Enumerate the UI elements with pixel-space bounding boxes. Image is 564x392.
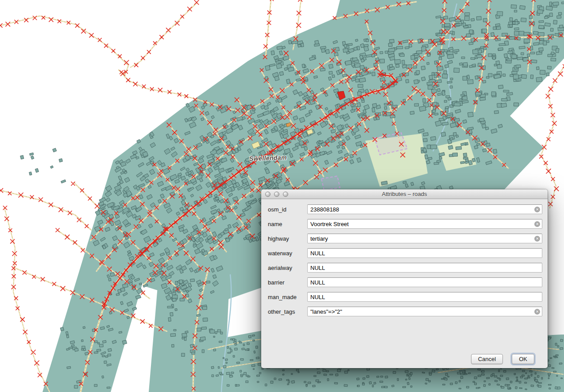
field-label-osm_id: osm_id	[268, 206, 307, 213]
field-row-waterway: waterway	[268, 248, 542, 258]
minimize-button[interactable]	[274, 192, 279, 197]
cancel-button[interactable]: Cancel	[471, 354, 503, 364]
field-label-other_tags: other_tags	[268, 308, 307, 315]
field-label-highway: highway	[268, 235, 307, 242]
window-controls	[265, 192, 288, 197]
field-row-highway: highway✕	[268, 234, 542, 243]
field-input-wrap	[307, 248, 542, 258]
clear-field-icon[interactable]: ✕	[534, 236, 540, 242]
field-input-wrap	[307, 263, 542, 273]
field-label-barrier: barrier	[268, 279, 307, 286]
field-label-name: name	[268, 221, 307, 227]
clear-field-icon[interactable]: ✕	[534, 207, 540, 212]
ok-button[interactable]: OK	[512, 354, 534, 364]
field-label-aerialway: aerialway	[268, 265, 307, 271]
field-input-waterway[interactable]	[307, 248, 542, 258]
map-place-label: Swellendam	[249, 154, 287, 162]
field-input-other_tags[interactable]	[307, 307, 542, 316]
field-input-aerialway[interactable]	[307, 263, 542, 273]
attributes-form: osm_id✕name✕highway✕waterwayaerialwaybar…	[261, 199, 548, 316]
field-input-wrap: ✕	[307, 204, 542, 214]
field-row-osm_id: osm_id✕	[268, 204, 542, 214]
field-input-wrap: ✕	[307, 307, 542, 316]
field-input-wrap: ✕	[307, 219, 542, 229]
field-row-man_made: man_made	[268, 292, 542, 302]
field-label-waterway: waterway	[268, 250, 307, 257]
field-input-wrap	[307, 277, 542, 287]
dialog-title: Attributes – roads	[382, 191, 427, 197]
field-input-osm_id[interactable]	[307, 204, 542, 214]
field-row-name: name✕	[268, 219, 542, 229]
field-input-barrier[interactable]	[307, 277, 542, 287]
field-row-barrier: barrier	[268, 277, 542, 287]
dialog-buttons: Cancel OK	[471, 354, 534, 364]
clear-field-icon[interactable]: ✕	[534, 309, 540, 315]
field-row-other_tags: other_tags✕	[268, 307, 542, 316]
field-input-wrap	[307, 292, 542, 302]
close-button[interactable]	[265, 192, 270, 197]
zoom-button[interactable]	[283, 192, 288, 197]
clear-field-icon[interactable]: ✕	[534, 221, 540, 227]
field-input-highway[interactable]	[307, 234, 542, 243]
field-input-wrap: ✕	[307, 234, 542, 243]
field-label-man_made: man_made	[268, 294, 307, 300]
field-input-name[interactable]	[307, 219, 542, 229]
field-input-man_made[interactable]	[307, 292, 542, 302]
attributes-dialog: Attributes – roads osm_id✕name✕highway✕w…	[261, 189, 548, 368]
field-row-aerialway: aerialway	[268, 263, 542, 273]
dialog-titlebar[interactable]: Attributes – roads	[261, 189, 548, 199]
